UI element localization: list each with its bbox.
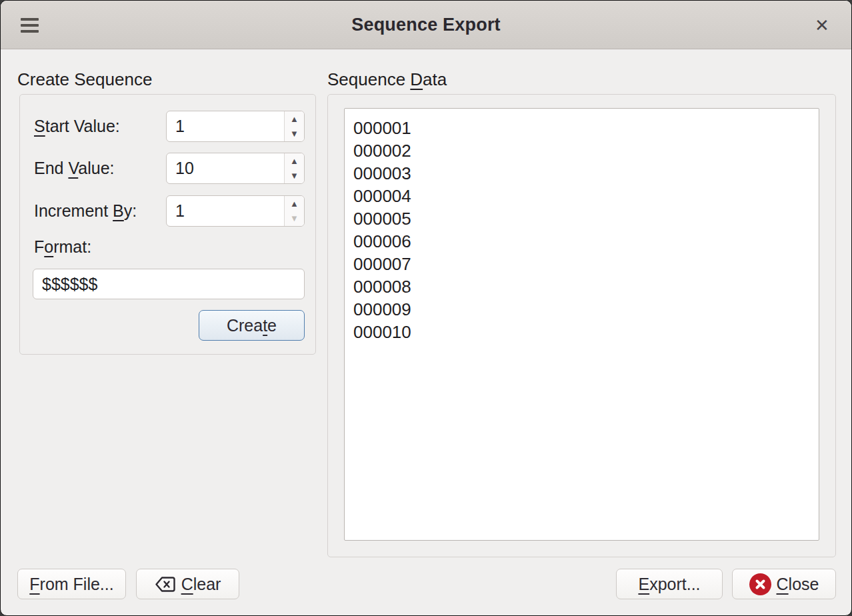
spin-down-icon: ▼	[290, 129, 299, 139]
start-value-spin-up[interactable]: ▲	[285, 111, 304, 127]
end-value-spin-up[interactable]: ▲	[285, 153, 304, 169]
sequence-line: 000002	[353, 139, 819, 162]
sequence-line: 000007	[353, 253, 819, 275]
titlebar[interactable]: Sequence Export ✕	[1, 1, 851, 49]
backspace-icon	[155, 576, 176, 593]
close-circle-icon	[749, 573, 771, 595]
start-value-spin-down[interactable]: ▼	[285, 127, 304, 142]
sequence-line: 000003	[353, 162, 819, 185]
sequence-data-list[interactable]: 0000010000020000030000040000050000060000…	[344, 108, 819, 541]
start-value-label: Start Value:	[34, 111, 120, 142]
start-value-spin-buttons: ▲ ▼	[284, 111, 304, 141]
end-value-spin-buttons: ▲ ▼	[284, 153, 304, 183]
increment-by-input[interactable]	[167, 196, 284, 226]
increment-by-spin-down[interactable]: ▼	[285, 211, 304, 227]
increment-by-spin-buttons: ▲ ▼	[284, 196, 304, 226]
start-value-spinbox: ▲ ▼	[166, 111, 305, 142]
sequence-line: 000008	[353, 275, 819, 298]
sequence-line: 000006	[353, 230, 819, 253]
close-button[interactable]: Close	[732, 569, 836, 599]
create-sequence-group-label: Create Sequence	[17, 69, 152, 90]
window-close-button[interactable]: ✕	[807, 11, 837, 39]
start-value-input[interactable]	[167, 111, 284, 141]
spin-up-icon: ▲	[290, 156, 299, 166]
sequence-line: 000005	[353, 207, 819, 230]
sequence-line: 000001	[353, 117, 819, 139]
spin-down-icon: ▼	[290, 213, 299, 223]
increment-by-spin-up[interactable]: ▲	[285, 196, 304, 211]
end-value-input[interactable]	[167, 153, 284, 183]
format-entry	[33, 269, 305, 299]
sequence-line: 000009	[353, 298, 819, 321]
spin-up-icon: ▲	[290, 199, 299, 209]
format-input[interactable]	[33, 269, 304, 299]
sequence-data-group-label: Sequence Data	[327, 69, 447, 90]
clear-button[interactable]: Clear	[136, 569, 239, 599]
sequence-line: 000004	[353, 185, 819, 207]
export-button-label: Export...	[638, 575, 700, 594]
end-value-spinbox: ▲ ▼	[166, 153, 305, 184]
spin-up-icon: ▲	[290, 114, 299, 124]
close-button-label: Close	[777, 575, 819, 594]
from-file-button[interactable]: From File...	[17, 569, 126, 599]
clear-button-label: Clear	[181, 575, 221, 594]
format-label: Format:	[34, 235, 91, 258]
close-icon: ✕	[815, 15, 829, 35]
end-value-label: End Value:	[34, 153, 114, 184]
end-value-spin-down[interactable]: ▼	[285, 169, 304, 184]
from-file-button-label: From File...	[29, 575, 113, 594]
increment-by-spinbox: ▲ ▼	[166, 195, 305, 227]
window-title: Sequence Export	[1, 15, 851, 35]
create-button-label: Create	[227, 316, 277, 335]
increment-by-label: Increment By:	[34, 195, 137, 227]
sequence-export-dialog: Sequence Export ✕ Create Sequence Start …	[0, 0, 852, 616]
sequence-line: 000010	[353, 321, 819, 343]
spin-down-icon: ▼	[290, 171, 299, 181]
create-button[interactable]: Create	[199, 310, 305, 341]
export-button[interactable]: Export...	[616, 569, 723, 599]
